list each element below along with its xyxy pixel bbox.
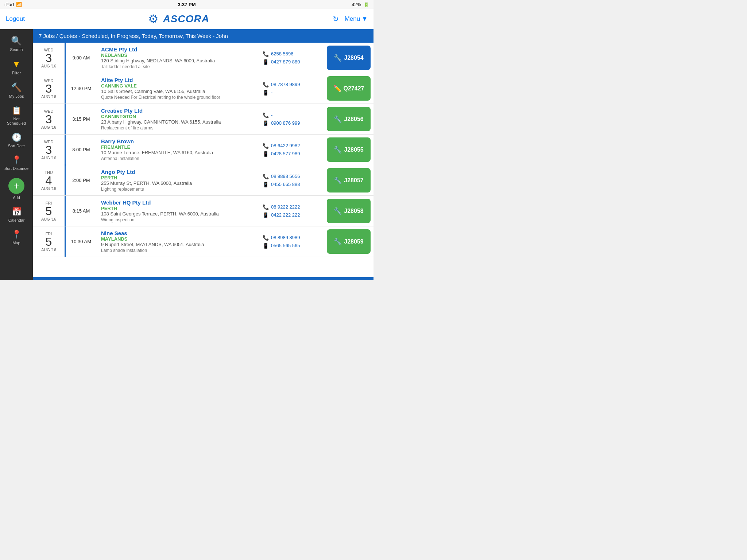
wrench-icon: 🔧 [334, 54, 342, 62]
job-notes: Antenna installation [101, 156, 254, 161]
table-row[interactable]: WED 3 AUG '16 9:00 AM ACME Pty Ltd NEDLA… [33, 43, 374, 73]
job-client[interactable]: Barry Brown [101, 138, 254, 144]
jobs-list: WED 3 AUG '16 9:00 AM ACME Pty Ltd NEDLA… [33, 43, 374, 277]
job-suburb: FREMANTLE [101, 144, 254, 150]
day-number: 5 [46, 205, 52, 217]
contact-phone-row: 📞 08 9222 2222 [263, 204, 320, 210]
contact-mobile-row: 📱 0428 577 989 [263, 151, 320, 157]
table-row[interactable]: WED 3 AUG '16 3:15 PM Creative Pty Ltd C… [33, 104, 374, 135]
sidebar: 🔍 Search ▼ Filter 🔨 My Jobs 📋 NotSchedul… [0, 29, 33, 280]
sidebar-item-notscheduled[interactable]: 📋 NotScheduled [0, 102, 33, 129]
phone-number[interactable]: 08 9898 5656 [271, 174, 300, 179]
edit-icon: ✏️ [333, 85, 341, 93]
logo-text: ASCORA [163, 13, 209, 25]
wrench-icon: 🔧 [334, 146, 342, 154]
map-icon: 📍 [12, 230, 22, 239]
job-number-button[interactable]: 🔧 J28056 [327, 107, 371, 131]
job-contact: 📞 08 9898 5656 📱 0455 665 888 [258, 165, 324, 195]
sidebar-item-map[interactable]: 📍 Map [0, 226, 33, 249]
job-notes: Lamp shade installation [101, 248, 254, 253]
month-year: AUG '16 [41, 125, 56, 129]
mobile-number[interactable]: - [271, 90, 272, 95]
phone-icon: 📞 [263, 143, 269, 149]
phone-number[interactable]: - [271, 112, 272, 118]
job-number: J28054 [344, 55, 363, 61]
job-number-button[interactable]: ✏️ Q27427 [327, 76, 371, 101]
contact-phone-row: 📞 - [263, 112, 320, 118]
mobile-number[interactable]: 0422 222 222 [271, 212, 300, 218]
table-row[interactable]: FRI 5 AUG '16 8:15 AM Webber HQ Pty Ltd … [33, 196, 374, 226]
mobile-number[interactable]: 0900 876 999 [271, 120, 300, 126]
day-number: 3 [46, 83, 52, 94]
job-number-button[interactable]: 🔧 J28059 [327, 229, 371, 254]
table-row[interactable]: WED 3 AUG '16 12:30 PM Alite Pty Ltd CAN… [33, 73, 374, 104]
phone-number[interactable]: 08 8989 8989 [271, 235, 300, 240]
main-layout: 🔍 Search ▼ Filter 🔨 My Jobs 📋 NotSchedul… [0, 29, 374, 280]
job-notes: Replacement of fire alarms [101, 125, 254, 131]
phone-number[interactable]: 08 7878 9899 [271, 82, 300, 87]
job-date: WED 3 AUG '16 [33, 104, 66, 134]
status-time: 3:37 PM [178, 2, 196, 7]
job-client[interactable]: Webber HQ Pty Ltd [101, 199, 254, 206]
page-title: 7 Jobs / Quotes - Scheduled, In Progress… [39, 33, 228, 39]
contact-phone-row: 📞 6258 5596 [263, 51, 320, 57]
phone-number[interactable]: 08 9222 2222 [271, 204, 300, 210]
job-number: J28055 [344, 147, 363, 153]
sidebar-item-search[interactable]: 🔍 Search [0, 32, 33, 55]
footer-bar [33, 277, 374, 280]
sidebar-item-calendar[interactable]: 📅 Calendar [0, 203, 33, 226]
job-details: ACME Pty Ltd NEDLANDS 120 Stirling Highw… [97, 43, 258, 73]
mobile-number[interactable]: 0455 665 888 [271, 182, 300, 187]
sidebar-item-sortdate[interactable]: 🕐 Sort Date [0, 129, 33, 152]
sidebar-item-filter[interactable]: ▼ Filter [0, 55, 33, 79]
job-time: 12:30 PM [66, 73, 97, 104]
job-time: 10:30 AM [66, 226, 97, 257]
month-year: AUG '16 [41, 217, 56, 221]
job-client[interactable]: Nine Seas [101, 230, 254, 236]
calendar-icon: 📅 [12, 207, 22, 217]
job-number: J28059 [344, 238, 363, 245]
table-row[interactable]: THU 4 AUG '16 2:00 PM Ango Pty Ltd PERTH… [33, 165, 374, 196]
sidebar-label-sortdate: Sort Date [8, 144, 25, 148]
job-client[interactable]: ACME Pty Ltd [101, 46, 254, 52]
day-number: 5 [46, 236, 52, 248]
device-label: iPad [4, 2, 14, 7]
day-number: 3 [46, 52, 52, 64]
logout-button[interactable]: Logout [6, 15, 25, 23]
mobile-number[interactable]: 0565 565 565 [271, 243, 300, 248]
refresh-icon[interactable]: ↻ [333, 15, 339, 23]
job-client[interactable]: Creative Pty Ltd [101, 108, 254, 114]
header-right: ↻ Menu ▼ [333, 15, 368, 23]
sidebar-item-add[interactable]: + Add [0, 174, 33, 203]
sidebar-label-search: Search [10, 47, 23, 52]
job-contact: 📞 08 8989 8989 📱 0565 565 565 [258, 226, 324, 257]
table-row[interactable]: FRI 5 AUG '16 10:30 AM Nine Seas MAYLAND… [33, 226, 374, 257]
sidebar-item-sortdistance[interactable]: 📍 Sort Distance [0, 152, 33, 174]
contact-mobile-row: 📱 0900 876 999 [263, 120, 320, 126]
sidebar-item-myjobs[interactable]: 🔨 My Jobs [0, 79, 33, 102]
menu-button[interactable]: Menu ▼ [345, 15, 368, 23]
search-icon: 🔍 [11, 36, 22, 46]
mobile-number[interactable]: 0427 879 880 [271, 59, 300, 65]
job-number-button[interactable]: 🔧 J28054 [327, 46, 371, 70]
table-row[interactable]: WED 3 AUG '16 8:00 PM Barry Brown FREMAN… [33, 135, 374, 165]
job-client[interactable]: Ango Pty Ltd [101, 169, 254, 175]
content-area: 7 Jobs / Quotes - Scheduled, In Progress… [33, 29, 374, 280]
phone-number[interactable]: 08 6422 9982 [271, 143, 300, 148]
contact-mobile-row: 📱 - [263, 90, 320, 96]
phone-icon: 📞 [263, 235, 269, 241]
contact-mobile-row: 📱 0422 222 222 [263, 212, 320, 218]
wifi-icon: 📶 [16, 2, 22, 7]
sidebar-label-map: Map [12, 241, 20, 245]
sidebar-label-myjobs: My Jobs [9, 94, 24, 98]
job-contact: 📞 08 7878 9899 📱 - [258, 73, 324, 104]
job-client[interactable]: Alite Pty Ltd [101, 77, 254, 83]
job-number-button[interactable]: 🔧 J28058 [327, 199, 371, 223]
job-suburb: CANNINTGTON [101, 114, 254, 119]
battery-icon: 🔋 [363, 2, 369, 7]
job-number-button[interactable]: 🔧 J28057 [327, 168, 371, 192]
job-number-button[interactable]: 🔧 J28055 [327, 137, 371, 162]
phone-number[interactable]: 6258 5596 [271, 51, 293, 57]
mobile-number[interactable]: 0428 577 989 [271, 151, 300, 156]
logo-gear-icon: ⚙ [148, 12, 159, 26]
